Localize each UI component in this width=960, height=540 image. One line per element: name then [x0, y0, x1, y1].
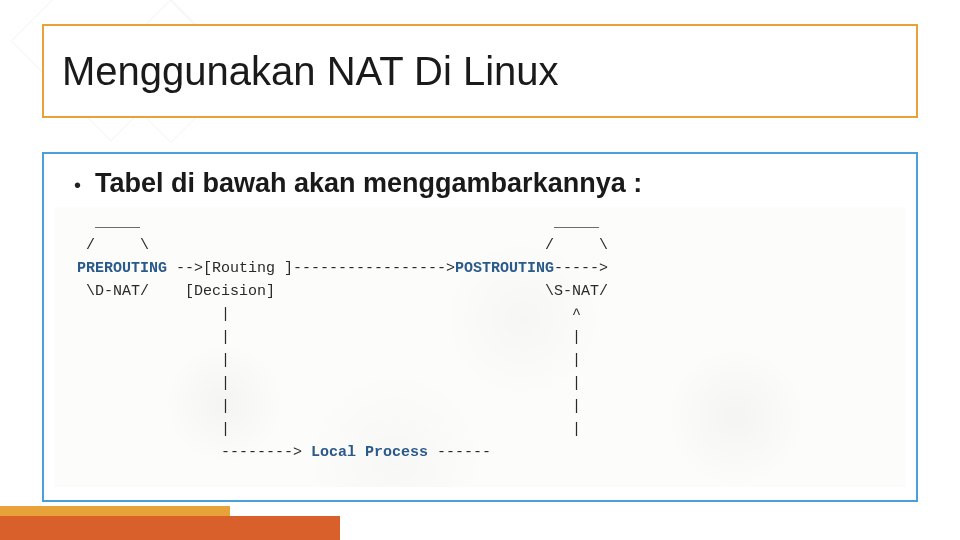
content-container: • Tabel di bawah akan menggambarkannya :…: [42, 152, 918, 502]
bullet-icon: •: [74, 175, 81, 195]
ascii-diagram-container: _____ _____ / \ / \ PREROUTING -->[Routi…: [54, 207, 906, 487]
title-container: Menggunakan NAT Di Linux: [42, 24, 918, 118]
accent-bar-lower: [0, 516, 340, 540]
slide-title: Menggunakan NAT Di Linux: [62, 49, 559, 94]
bullet-row: • Tabel di bawah akan menggambarkannya :: [64, 168, 896, 199]
postrouting-label: POSTROUTING: [455, 260, 554, 277]
local-process-label: Local Process: [311, 444, 428, 461]
slide: Menggunakan NAT Di Linux • Tabel di bawa…: [0, 0, 960, 540]
ascii-diagram: _____ _____ / \ / \ PREROUTING -->[Routi…: [54, 207, 906, 464]
bullet-text: Tabel di bawah akan menggambarkannya :: [95, 168, 642, 199]
accent-bar-upper: [0, 506, 230, 516]
prerouting-label: PREROUTING: [77, 260, 167, 277]
